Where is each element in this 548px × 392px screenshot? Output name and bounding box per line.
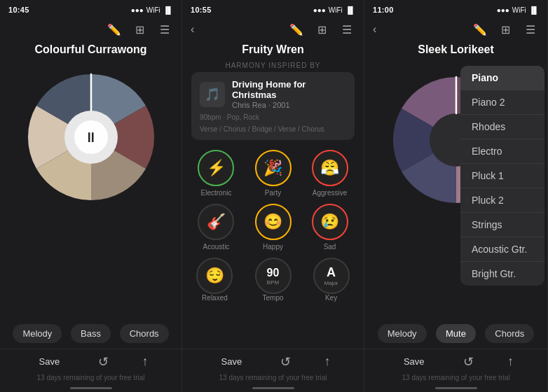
share-icon-1[interactable]: ↑ [142,354,148,369]
menu-icon-2[interactable]: ☰ [338,23,355,36]
time-3: 11:00 [373,6,394,14]
pause-button-1[interactable]: ⏸ [74,120,108,154]
vibe-circle-aggressive[interactable]: 😤 [312,150,348,186]
bottom-tabs-3: Melody Mute Chords [364,318,547,349]
status-icons-1: ●●● WiFi ▐▌ [131,6,173,14]
grid-icon-3[interactable]: ⊞ [497,23,514,36]
status-bar-1: 10:45 ●●● WiFi ▐▌ [0,0,181,17]
vibe-party: 🎉 Party [248,150,298,197]
top-nav-2: ‹ ✏️ ⊞ ☰ [182,17,364,42]
instrument-dropdown[interactable]: Piano Piano 2 Rhodes Electro Pluck 1 Plu… [460,66,544,286]
tempo-item: 90 BPM Tempo [249,258,296,302]
nav-icons-right-1: ✏️ ⊞ ☰ [106,23,173,36]
harmony-label: HARMONY INSPIRED BY [225,62,320,69]
tempo-circle[interactable]: 90 BPM [255,258,292,294]
vibe-label-happy: Happy [263,243,283,251]
relaxed-label: Relaxed [202,294,228,302]
vibe-circle-electronic[interactable]: ⚡ [198,150,234,186]
status-icons-2: ●●● WiFi ▐▌ [313,6,355,14]
grid-icon-2[interactable]: ⊞ [313,23,330,36]
vibe-circle-acoustic[interactable]: 🎸 [198,204,234,240]
instrument-pluck1[interactable]: Pluck 1 [460,164,544,188]
song-card[interactable]: 🎵 Driving Home for Christmas Chris Rea ·… [191,72,355,140]
key-item: A Major Key [308,258,355,302]
bottom-actions-3: Save ↺ ↑ [364,349,547,374]
vibe-grid: ⚡ Electronic 🎉 Party 😤 Aggressive 🎸 Acou… [191,150,355,251]
edit-icon-1[interactable]: ✏️ [106,23,123,36]
relaxed-circle[interactable]: 😌 [196,258,233,294]
top-nav-1: ✏️ ⊞ ☰ [0,17,181,42]
instrument-strings[interactable]: Strings [460,213,544,237]
refresh-icon-1[interactable]: ↺ [98,354,109,370]
save-button-2[interactable]: Save [216,354,248,370]
instrument-electro[interactable]: Electro [460,139,544,164]
vibe-circle-happy[interactable]: 😊 [255,204,292,240]
status-bar-3: 11:00 ●●● WiFi ▐▌ [364,0,547,17]
key-letter: A [327,265,336,280]
wheel-1[interactable]: ⏸ [21,67,161,207]
instrument-acoustic-gtr[interactable]: Acoustic Gtr. [460,237,544,262]
panel-title-1: Colourful Currawong [35,43,147,56]
vibe-sad: 😢 Sad [305,204,355,251]
key-circle[interactable]: A Major [313,258,350,294]
edit-icon-3[interactable]: ✏️ [472,23,488,36]
tempo-label: Tempo [262,294,283,302]
tab-chords-1[interactable]: Chords [120,324,169,343]
vibe-label-electronic: Electronic [201,189,232,197]
instrument-rhodes[interactable]: Rhodes [460,115,544,139]
signal-icon-1: ●●● [131,6,144,14]
tab-melody-1[interactable]: Melody [13,324,62,343]
tab-mute-3[interactable]: Mute [436,324,476,343]
vibe-acoustic: 🎸 Acoustic [191,204,241,251]
refresh-icon-2[interactable]: ↺ [280,354,291,370]
song-thumbnail: 🎵 [200,82,225,107]
home-indicator-2 [252,387,294,389]
panel-colourful-currawong: 10:45 ●●● WiFi ▐▌ ✏️ ⊞ ☰ Colourful Curra… [0,0,182,392]
save-button-1[interactable]: Save [34,354,66,370]
tab-bass-1[interactable]: Bass [71,324,111,343]
time-1: 10:45 [8,6,29,14]
grid-icon-1[interactable]: ⊞ [131,23,148,36]
vibe-aggressive: 😤 Aggressive [305,150,355,197]
vibe-happy: 😊 Happy [248,204,298,251]
vibe-circle-sad[interactable]: 😢 [312,204,348,240]
wifi-icon-3: WiFi [512,6,526,14]
tab-chords-3[interactable]: Chords [485,324,534,343]
nav-icons-right-3: ✏️ ⊞ ☰ [472,23,539,36]
vibe-circle-party[interactable]: 🎉 [255,150,292,186]
instrument-bright-gtr[interactable]: Bright Gtr. [460,262,544,286]
key-label: Key [325,294,337,302]
menu-icon-3[interactable]: ☰ [522,23,539,36]
song-structure: Verse / Chorus / Bridge / Verse / Chorus [200,125,346,133]
vibe-label-party: Party [265,189,281,197]
nav-icons-right-2: ✏️ ⊞ ☰ [288,23,355,36]
status-bar-2: 10:55 ●●● WiFi ▐▌ [182,0,364,17]
battery-icon-3: ▐▌ [529,6,539,14]
share-icon-2[interactable]: ↑ [324,354,330,369]
instrument-piano2[interactable]: Piano 2 [460,90,544,115]
battery-icon-2: ▐▌ [345,6,355,14]
bottom-actions-1: Save ↺ ↑ [0,349,181,374]
status-icons-3: ●●● WiFi ▐▌ [497,6,539,14]
signal-icon-3: ●●● [497,6,509,14]
save-button-3[interactable]: Save [398,354,430,370]
back-chevron-2[interactable]: ‹ [191,23,194,36]
menu-icon-1[interactable]: ☰ [156,23,173,36]
tab-melody-3[interactable]: Melody [378,324,427,343]
vibe-label-sad: Sad [324,243,336,251]
back-chevron-3[interactable]: ‹ [373,23,376,36]
time-2: 10:55 [191,6,212,14]
trial-text-1: 13 days remaining of your free trial [37,374,145,386]
song-info: Driving Home for Christmas Chris Rea · 2… [232,79,346,109]
song-meta: 90bpm · Pop, Rock [200,113,346,121]
vibe-electronic: ⚡ Electronic [191,150,241,197]
share-icon-3[interactable]: ↑ [507,354,514,369]
song-title: Driving Home for Christmas [232,79,346,100]
vibe-label-aggressive: Aggressive [313,189,347,197]
instrument-piano[interactable]: Piano [460,66,544,90]
instrument-pluck2[interactable]: Pluck 2 [460,188,544,213]
bottom-tabs-1: Melody Bass Chords [0,318,181,349]
bpm-number: 90 [267,267,280,279]
refresh-icon-3[interactable]: ↺ [463,354,474,370]
edit-icon-2[interactable]: ✏️ [288,23,305,36]
